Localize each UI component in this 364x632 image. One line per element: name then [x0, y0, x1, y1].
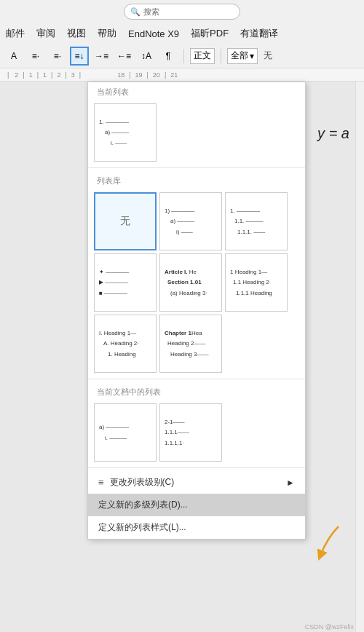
menu-bar: 邮件 审阅 视图 帮助 EndNote X9 福昕PDF 有道翻译: [0, 23, 364, 44]
watermark: CSDN @wzFelix: [305, 623, 354, 631]
menu-youdao[interactable]: 有道翻译: [240, 27, 278, 40]
doc-area: y = a 当前列表 1. ———— a) ——— i. —— 列表库 无 1)…: [0, 82, 364, 632]
multilevel-list-btn[interactable]: ≡↓: [70, 47, 89, 66]
current-doc-grid: a) ———— i. ——— 2-1—— 1.1.1—— 1.1.1.1·: [88, 400, 305, 465]
style-label: 正文: [194, 50, 211, 62]
menu-mail[interactable]: 邮件: [6, 27, 25, 40]
indent-btn2[interactable]: ←≡: [114, 47, 134, 66]
ruler: | 2 | 1 | 1 | 2 | 3 | 18 | 19 | 20 | 21: [0, 68, 364, 82]
menu-help[interactable]: 帮助: [98, 27, 116, 40]
list-btn1[interactable]: ≡·: [26, 47, 45, 66]
search-box[interactable]: 🔍 搜索: [124, 4, 240, 20]
divider-3: [88, 467, 305, 468]
current-list-item[interactable]: 1. ———— a) ——— i. ——: [94, 103, 157, 162]
toolbar: A ≡· ≡· ≡↓ →≡ ←≡ ↕A ¶ 正文 全部 ▾ 无: [0, 44, 364, 68]
menu-view[interactable]: 视图: [67, 27, 86, 40]
math-text: y = a: [317, 125, 349, 141]
indent-btn1[interactable]: →≡: [92, 47, 111, 66]
list-preview-alpha[interactable]: 1) ———— a) ——— i) ——: [159, 192, 222, 250]
list-preview-heading1[interactable]: 1 Heading 1— 1.1 Heading 2· 1.1.1 Headin…: [225, 253, 288, 312]
define-multilevel-label: 定义新的多级列表(D)...: [98, 499, 188, 511]
change-level-label: 更改列表级别(C): [110, 476, 175, 489]
all-dropdown[interactable]: 全部 ▾: [227, 48, 258, 64]
define-list-style-action[interactable]: 定义新的列表样式(L)...: [88, 516, 305, 539]
no-wrap-label: 无: [264, 50, 272, 62]
list-preview-symbol[interactable]: ✦ ———— ▶ ———— ■ ————: [94, 253, 157, 312]
list-preview-roman[interactable]: I. Heading 1— A. Heading 2· 1. Heading: [94, 315, 157, 373]
list-preview-dotted[interactable]: 1. ———— 1.1. ——— 1.1.1. ——: [225, 192, 288, 250]
menu-review[interactable]: 审阅: [36, 27, 55, 40]
define-multilevel-action[interactable]: 定义新的多级列表(D)...: [88, 494, 305, 516]
current-list-label: 当前列表: [88, 82, 305, 100]
change-level-action[interactable]: ≡ 更改列表级别(C) ►: [88, 471, 305, 494]
title-bar: 🔍 搜索: [0, 0, 364, 23]
list-preview-doc1[interactable]: a) ———— i. ———: [94, 403, 157, 462]
style-dropdown[interactable]: 正文: [190, 48, 215, 64]
list-btn2[interactable]: ≡·: [48, 47, 67, 66]
sort-btn[interactable]: ↕A: [137, 47, 156, 66]
list-preview-doc2[interactable]: 2-1—— 1.1.1—— 1.1.1.1·: [159, 403, 222, 462]
search-placeholder: 搜索: [143, 7, 159, 17]
define-list-style-label: 定义新的列表样式(L)...: [98, 521, 186, 534]
menu-foxit[interactable]: 福昕PDF: [191, 27, 229, 40]
math-equation: y = a: [317, 125, 349, 142]
scrollbar[interactable]: [355, 82, 364, 632]
all-label: 全部: [231, 50, 248, 62]
none-label: 无: [120, 215, 130, 228]
search-icon: 🔍: [130, 7, 141, 17]
list-library-label: 列表库: [88, 171, 305, 189]
change-level-icon: ≡: [98, 477, 104, 488]
current-list-grid: 1. ———— a) ——— i. ——: [88, 100, 305, 165]
list-preview-article[interactable]: Article I. He Section 1.01 (a) Heading 3…: [159, 253, 222, 312]
dropdown-arrow-icon: ▾: [250, 51, 254, 61]
font-btn[interactable]: A: [4, 47, 23, 66]
menu-endnote[interactable]: EndNote X9: [128, 28, 179, 39]
list-dropdown-menu: 当前列表 1. ———— a) ——— i. —— 列表库 无 1) ———— …: [87, 82, 306, 540]
list-preview-none[interactable]: 无: [94, 192, 157, 250]
list-library-grid: 无 1) ———— a) ——— i) —— 1. ———— 1.1. ——— …: [88, 189, 305, 376]
divider-1: [88, 167, 305, 168]
list-preview-chapter[interactable]: Chapter 1Hea Heading 2—— Heading 3——: [159, 315, 222, 373]
format-btn[interactable]: ¶: [159, 47, 178, 66]
divider-2: [88, 379, 305, 379]
current-doc-label: 当前文档中的列表: [88, 382, 305, 400]
change-level-arrow: ►: [286, 478, 295, 488]
